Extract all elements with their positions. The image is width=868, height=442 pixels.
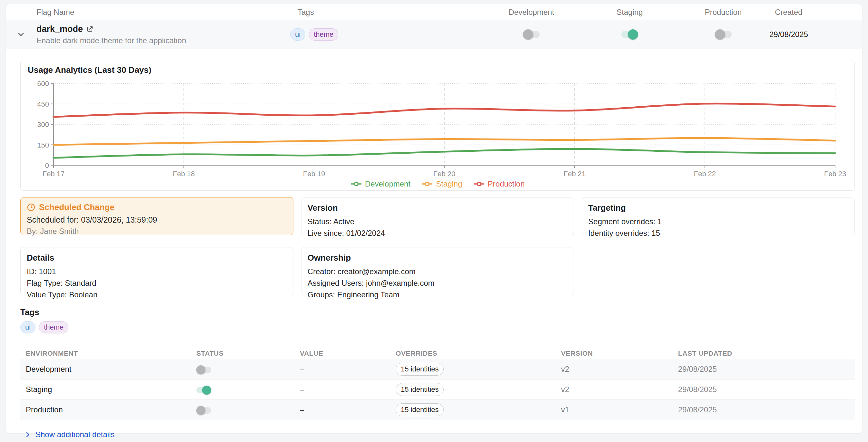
column-development: Development bbox=[483, 8, 580, 17]
scheduled-change-title: Scheduled Change bbox=[39, 202, 115, 212]
column-flag-name: Flag Name bbox=[6, 8, 290, 17]
usage-analytics-chart: 0150300450600Feb 17Feb 18Feb 19Feb 20Feb… bbox=[21, 77, 855, 179]
toggle-knob bbox=[202, 386, 211, 395]
development-status-toggle[interactable] bbox=[196, 367, 211, 373]
clock-icon bbox=[27, 203, 35, 212]
identities-badge[interactable]: 15 identities bbox=[396, 383, 444, 396]
chevron-right-icon bbox=[24, 431, 31, 438]
svg-text:450: 450 bbox=[37, 100, 49, 108]
legend-marker-icon bbox=[350, 181, 362, 186]
flag-created-date: 29/08/2025 bbox=[767, 30, 862, 39]
table-row-development: Development – 15 identities v2 29/08/202… bbox=[20, 359, 855, 379]
legend-label: Development bbox=[365, 179, 410, 189]
flag-id: ID: 1001 bbox=[27, 267, 287, 276]
environment-version: v2 bbox=[561, 385, 678, 394]
targeting-card: Targeting Segment overrides: 1 Identity … bbox=[582, 197, 855, 235]
environment-last-updated: 29/08/2025 bbox=[678, 365, 855, 374]
tag-theme[interactable]: theme bbox=[309, 28, 338, 41]
svg-text:0: 0 bbox=[45, 161, 49, 169]
legend-label: Production bbox=[488, 179, 525, 189]
environment-name: Production bbox=[20, 405, 196, 414]
development-toggle[interactable] bbox=[523, 31, 540, 38]
legend-label: Staging bbox=[436, 179, 462, 189]
flag-name[interactable]: dark_mode bbox=[36, 24, 83, 34]
legend-item-production[interactable]: Production bbox=[473, 179, 525, 189]
flag-row-tags: ui theme bbox=[290, 28, 483, 41]
environment-value: – bbox=[300, 365, 396, 374]
legend-marker-icon bbox=[422, 181, 433, 186]
legend-item-development[interactable]: Development bbox=[350, 179, 410, 189]
column-created: Created bbox=[767, 8, 862, 17]
column-staging: Staging bbox=[580, 8, 680, 17]
summary-cards-row: Scheduled Change Scheduled for: 03/03/20… bbox=[20, 197, 855, 235]
flag-row-dark-mode: dark_mode Enable dark mode theme for the… bbox=[6, 20, 862, 49]
usage-analytics-card: Usage Analytics (Last 30 Days) 015030045… bbox=[20, 60, 855, 191]
creator: Creator: creator@example.com bbox=[308, 267, 568, 276]
flag-description: Enable dark mode theme for the applicati… bbox=[36, 36, 186, 45]
version-status: Status: Active bbox=[308, 217, 568, 226]
svg-text:Feb 20: Feb 20 bbox=[433, 170, 456, 178]
legend-item-staging[interactable]: Staging bbox=[422, 179, 462, 189]
production-status-toggle[interactable] bbox=[196, 407, 211, 414]
table-row-production: Production – 15 identities v1 29/08/2025 bbox=[20, 400, 855, 420]
staging-toggle-cell bbox=[580, 31, 680, 38]
scheduled-for-text: Scheduled for: 03/03/2026, 13:59:09 bbox=[27, 215, 287, 225]
tag-ui[interactable]: ui bbox=[290, 28, 305, 41]
detail-cards-row: Details ID: 1001 Flag Type: Standard Val… bbox=[20, 247, 855, 295]
svg-text:Feb 19: Feb 19 bbox=[303, 170, 326, 178]
environment-version: v2 bbox=[561, 365, 678, 374]
development-toggle-cell bbox=[483, 31, 580, 38]
identities-badge[interactable]: 15 identities bbox=[396, 403, 444, 416]
scheduled-by-text: By: Jane Smith bbox=[27, 227, 287, 236]
toggle-knob bbox=[196, 406, 206, 415]
svg-text:Feb 23: Feb 23 bbox=[824, 170, 846, 178]
flag-card: Flag Name Tags Development Staging Produ… bbox=[6, 4, 862, 433]
environment-value: – bbox=[300, 405, 396, 414]
empty-cell bbox=[582, 247, 855, 295]
tag-ui[interactable]: ui bbox=[20, 321, 35, 333]
flag-type: Flag Type: Standard bbox=[27, 279, 287, 288]
flag-detail-panel: Usage Analytics (Last 30 Days) 015030045… bbox=[6, 49, 862, 439]
groups: Groups: Engineering Team bbox=[308, 290, 568, 299]
column-value: VALUE bbox=[300, 349, 396, 357]
column-overrides: OVERRIDES bbox=[396, 349, 561, 357]
show-additional-details-link[interactable]: Show additional details bbox=[24, 430, 855, 439]
environment-table-header: ENVIRONMENT STATUS VALUE OVERRIDES VERSI… bbox=[20, 348, 855, 359]
staging-toggle[interactable] bbox=[621, 31, 638, 38]
details-card-title: Details bbox=[27, 253, 287, 263]
flag-name-block: dark_mode Enable dark mode theme for the… bbox=[36, 24, 186, 45]
environment-version: v1 bbox=[561, 405, 678, 414]
chart-legend: Development Staging Production bbox=[21, 179, 855, 189]
staging-status-toggle[interactable] bbox=[196, 387, 211, 393]
tag-theme[interactable]: theme bbox=[39, 321, 68, 333]
production-toggle[interactable] bbox=[715, 31, 732, 38]
toggle-knob bbox=[523, 29, 533, 40]
ownership-card-title: Ownership bbox=[308, 253, 568, 263]
scheduled-change-card: Scheduled Change Scheduled for: 03/03/20… bbox=[20, 197, 293, 235]
flag-table-header: Flag Name Tags Development Staging Produ… bbox=[6, 4, 862, 20]
environment-table: ENVIRONMENT STATUS VALUE OVERRIDES VERSI… bbox=[20, 348, 855, 420]
details-card: Details ID: 1001 Flag Type: Standard Val… bbox=[20, 247, 293, 295]
svg-text:300: 300 bbox=[37, 121, 49, 129]
identities-badge[interactable]: 15 identities bbox=[396, 363, 444, 376]
toggle-knob bbox=[628, 29, 638, 40]
svg-text:Feb 18: Feb 18 bbox=[173, 170, 195, 178]
assigned-users: Assigned Users: john@example.com bbox=[308, 279, 568, 288]
ownership-card: Ownership Creator: creator@example.com A… bbox=[301, 247, 574, 295]
external-link-icon[interactable] bbox=[86, 25, 94, 33]
column-environment: ENVIRONMENT bbox=[20, 349, 196, 357]
svg-text:Feb 17: Feb 17 bbox=[42, 170, 65, 178]
tags-section-title: Tags bbox=[20, 307, 855, 317]
column-status: STATUS bbox=[196, 349, 300, 357]
column-production: Production bbox=[680, 8, 767, 17]
expand-chevron-icon[interactable] bbox=[16, 30, 26, 39]
flag-name-cell: dark_mode Enable dark mode theme for the… bbox=[6, 24, 290, 45]
svg-text:150: 150 bbox=[37, 141, 49, 149]
version-card: Version Status: Active Live since: 01/02… bbox=[301, 197, 574, 235]
environment-last-updated: 29/08/2025 bbox=[678, 385, 855, 394]
column-version: VERSION bbox=[561, 349, 678, 357]
tags-section: Tags ui theme bbox=[20, 307, 855, 333]
environment-last-updated: 29/08/2025 bbox=[678, 405, 855, 414]
tags-section-pills: ui theme bbox=[20, 321, 855, 333]
environment-name: Staging bbox=[20, 385, 196, 394]
